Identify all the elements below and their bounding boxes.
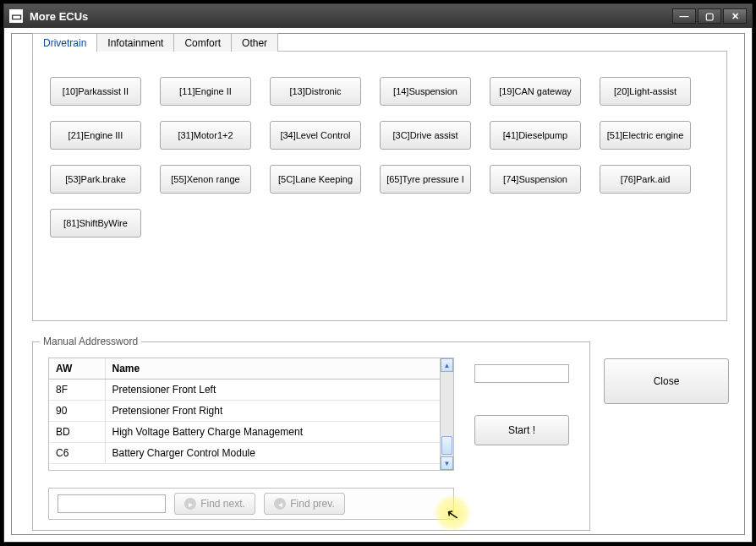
- table-row[interactable]: 8FPretensioner Front Left: [49, 379, 440, 401]
- table-row[interactable]: C6Battery Charger Control Module: [49, 443, 440, 464]
- ecu-button[interactable]: [10]Parkassist II: [50, 77, 141, 106]
- tab-drivetrain[interactable]: Drivetrain: [32, 33, 97, 52]
- col-aw[interactable]: AW: [49, 358, 105, 379]
- ecu-button[interactable]: [74]Suspension: [490, 165, 581, 194]
- tab-comfort[interactable]: Comfort: [173, 33, 232, 52]
- ecu-button[interactable]: [31]Motor1+2: [160, 121, 251, 150]
- tab-other[interactable]: Other: [231, 33, 278, 52]
- ecu-button[interactable]: [11]Engine II: [160, 77, 251, 106]
- find-prev-label: Find prev.: [290, 498, 334, 510]
- ecu-button[interactable]: [41]Dieselpump: [490, 121, 581, 150]
- ecu-button[interactable]: [76]Park.aid: [600, 165, 691, 194]
- window-close-button[interactable]: ✕: [723, 8, 747, 24]
- group-legend: Manual Addressword: [40, 336, 141, 347]
- cell-aw: 90: [49, 401, 105, 422]
- ecu-button[interactable]: [3C]Drive assist: [380, 121, 471, 150]
- manual-addressword-group: Manual Addressword AW Name 8FPretensione…: [32, 341, 590, 531]
- cell-name: High Voltage Battery Charge Management: [105, 422, 440, 443]
- close-button[interactable]: Close: [604, 358, 729, 404]
- ecu-button[interactable]: [65]Tyre pressure I: [380, 165, 471, 194]
- start-button[interactable]: Start !: [474, 415, 569, 445]
- minimize-button[interactable]: —: [672, 8, 696, 24]
- cell-name: Pretensioner Front Left: [105, 379, 440, 401]
- col-name[interactable]: Name: [105, 358, 440, 379]
- tab-row: DrivetrainInfotainmentComfortOther: [32, 33, 277, 52]
- cell-name: Pretensioner Front Right: [105, 401, 440, 422]
- close-label: Close: [654, 375, 680, 387]
- search-input[interactable]: [58, 494, 166, 513]
- ecu-button[interactable]: [20]Light-assist: [600, 77, 691, 106]
- address-table: AW Name 8FPretensioner Front Left90Prete…: [49, 358, 440, 464]
- ecu-button[interactable]: [53]Park.brake: [50, 165, 141, 194]
- address-input[interactable]: [474, 364, 569, 383]
- scroll-thumb[interactable]: [441, 436, 452, 455]
- window-title: More ECUs: [30, 10, 672, 23]
- scroll-up-icon[interactable]: ▲: [441, 358, 453, 372]
- table-row[interactable]: BDHigh Voltage Battery Charge Management: [49, 422, 440, 443]
- scroll-down-icon[interactable]: ▼: [441, 456, 453, 470]
- find-next-label: Find next.: [200, 498, 245, 510]
- ecu-button[interactable]: [34]Level Control: [270, 121, 361, 150]
- ecu-button[interactable]: [13]Distronic: [270, 77, 361, 106]
- ecu-button[interactable]: [51]Electric engine: [600, 121, 691, 150]
- table-row[interactable]: 90Pretensioner Front Right: [49, 401, 440, 422]
- find-prev-button[interactable]: ◂ Find prev.: [264, 493, 345, 515]
- ecu-button[interactable]: [14]Suspension: [380, 77, 471, 106]
- ecu-button[interactable]: [19]CAN gateway: [490, 77, 581, 106]
- ecu-button[interactable]: [5C]Lane Keeping: [270, 165, 361, 194]
- arrow-left-icon: ◂: [274, 498, 286, 510]
- scroll-track[interactable]: [441, 372, 453, 456]
- ecu-button[interactable]: [21]Engine III: [50, 121, 141, 150]
- cell-name: Battery Charger Control Module: [105, 443, 440, 464]
- arrow-right-icon: ▸: [184, 498, 196, 510]
- app-icon: ▭: [9, 9, 23, 23]
- table-scrollbar[interactable]: ▲ ▼: [440, 358, 453, 470]
- cell-aw: C6: [49, 443, 105, 464]
- ecu-tab-panel: DrivetrainInfotainmentComfortOther [10]P…: [32, 51, 727, 321]
- start-label: Start !: [508, 424, 535, 436]
- cell-aw: BD: [49, 422, 105, 443]
- ecu-grid: [10]Parkassist II[11]Engine II[13]Distro…: [33, 52, 726, 254]
- ecu-button[interactable]: [81]ShiftByWire: [50, 209, 141, 238]
- titlebar: ▭ More ECUs — ▢ ✕: [4, 4, 752, 28]
- ecu-button[interactable]: [55]Xenon range: [160, 165, 251, 194]
- client-area: DrivetrainInfotainmentComfortOther [10]P…: [11, 33, 745, 535]
- search-bar: ▸ Find next. ◂ Find prev.: [48, 488, 454, 520]
- cell-aw: 8F: [49, 379, 105, 401]
- find-next-button[interactable]: ▸ Find next.: [174, 493, 255, 515]
- tab-infotainment[interactable]: Infotainment: [96, 33, 174, 52]
- address-table-container: AW Name 8FPretensioner Front Left90Prete…: [48, 358, 454, 471]
- app-window: ▭ More ECUs — ▢ ✕ DrivetrainInfotainment…: [3, 3, 753, 543]
- maximize-button[interactable]: ▢: [698, 8, 721, 24]
